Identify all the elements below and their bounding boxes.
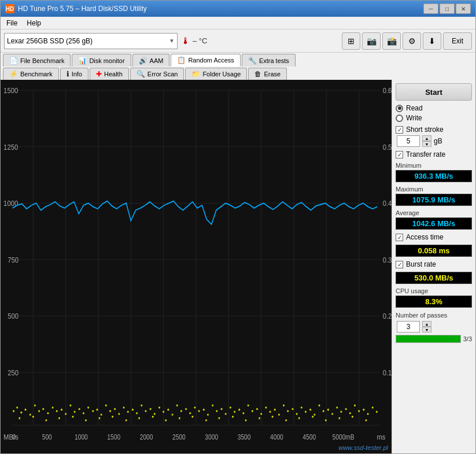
tab-random-access[interactable]: 📋 Random Access xyxy=(171,54,240,67)
svg-text:500: 500 xyxy=(42,433,52,441)
aam-icon: 🔊 xyxy=(139,57,147,65)
copy-button[interactable]: ⊞ xyxy=(342,32,360,50)
burst-rate-label: Burst rate xyxy=(406,260,436,268)
svg-point-122 xyxy=(358,410,360,412)
passes-progress-text: 3/3 xyxy=(463,335,472,342)
tab-info-label: Info xyxy=(72,71,82,77)
svg-point-61 xyxy=(87,407,89,409)
window-title: HD Tune Pro 5.75 – Hard Disk/SSD Utility xyxy=(18,5,147,13)
settings-button[interactable]: ⚙ xyxy=(403,32,421,50)
svg-point-118 xyxy=(340,411,342,413)
tab-aam[interactable]: 🔊 AAM xyxy=(132,54,170,67)
maximize-button[interactable]: □ xyxy=(440,3,455,14)
svg-point-108 xyxy=(296,413,298,415)
menu-help[interactable]: Help xyxy=(23,18,45,28)
svg-point-68 xyxy=(118,413,120,415)
burst-rate-checkbox[interactable]: ✓ Burst rate xyxy=(396,260,472,268)
benchmark-icon: ⚡ xyxy=(9,70,18,78)
svg-point-142 xyxy=(218,417,220,419)
svg-point-119 xyxy=(345,408,347,410)
svg-text:0.50: 0.50 xyxy=(383,143,392,152)
svg-point-127 xyxy=(19,417,20,419)
svg-point-130 xyxy=(58,417,60,419)
menu-file[interactable]: File xyxy=(3,18,21,28)
maximum-stat: Maximum 1075.9 MB/s xyxy=(396,186,472,206)
svg-point-96 xyxy=(242,412,244,415)
tab-folder-usage[interactable]: 📁 Folder Usage xyxy=(185,68,247,80)
svg-point-63 xyxy=(96,409,98,411)
svg-point-134 xyxy=(112,416,113,418)
svg-point-78 xyxy=(163,411,164,413)
svg-point-71 xyxy=(132,409,134,411)
svg-point-113 xyxy=(319,404,320,407)
tab-benchmark-label: Benchmark xyxy=(20,71,53,77)
average-label: Average xyxy=(396,209,472,216)
info-icon: ℹ xyxy=(67,70,69,78)
svg-text:5000mB: 5000mB xyxy=(333,433,355,441)
tab-error-scan-label: Error Scan xyxy=(147,71,178,77)
tab-error-scan[interactable]: 🔍 Error Scan xyxy=(130,68,185,80)
transfer-rate-label: Transfer rate xyxy=(406,150,445,158)
burst-rate-checkbox-box: ✓ xyxy=(396,261,403,268)
short-stroke-input[interactable] xyxy=(397,135,420,147)
short-stroke-label: Short stroke xyxy=(406,126,444,134)
close-button[interactable]: ✕ xyxy=(456,3,471,14)
passes-spinner-buttons: ▲ ▼ xyxy=(422,321,431,333)
svg-point-126 xyxy=(376,411,378,413)
svg-point-53 xyxy=(52,407,54,409)
average-stat: Average 1042.6 MB/s xyxy=(396,209,472,230)
tab-health[interactable]: ✚ Health xyxy=(90,68,129,80)
minimize-button[interactable]: ─ xyxy=(423,3,438,14)
start-button[interactable]: Start xyxy=(396,83,472,101)
svg-point-54 xyxy=(56,410,58,412)
svg-point-52 xyxy=(47,412,49,415)
write-radio[interactable]: Write xyxy=(396,114,472,122)
svg-point-65 xyxy=(105,404,107,407)
download-button[interactable]: ⬇ xyxy=(423,32,441,50)
tab-erase[interactable]: 🗑 Erase xyxy=(248,68,287,80)
minimum-value: 936.3 MB/s xyxy=(396,170,472,182)
svg-point-107 xyxy=(291,408,293,410)
maximum-label: Maximum xyxy=(396,186,472,193)
average-value: 1042.6 MB/s xyxy=(396,217,472,230)
device-dropdown[interactable]: Lexar 256GB SSD (256 gB) ▼ xyxy=(4,33,178,49)
tab-info[interactable]: ℹ Info xyxy=(60,68,88,80)
svg-point-147 xyxy=(285,419,287,422)
tab-file-benchmark[interactable]: 📄 File Benchmark xyxy=(3,54,71,67)
passes-down-button[interactable]: ▼ xyxy=(422,327,431,333)
svg-text:0.30: 0.30 xyxy=(383,256,392,264)
svg-point-50 xyxy=(38,410,40,412)
svg-point-47 xyxy=(24,409,26,411)
svg-point-94 xyxy=(234,411,235,413)
tab-benchmark[interactable]: ⚡ Benchmark xyxy=(3,68,59,80)
tab-aam-label: AAM xyxy=(150,57,164,64)
svg-point-114 xyxy=(323,410,324,412)
short-stroke-down-button[interactable]: ▼ xyxy=(422,141,431,147)
write-radio-label: Write xyxy=(406,114,422,122)
passes-up-button[interactable]: ▲ xyxy=(422,321,431,327)
exit-button[interactable]: Exit xyxy=(443,32,472,50)
transfer-rate-checkbox[interactable]: ✓ Transfer rate xyxy=(396,150,472,158)
tab-random-access-label: Random Access xyxy=(188,57,234,64)
short-stroke-checkbox[interactable]: ✓ Short stroke xyxy=(396,126,472,134)
passes-input[interactable] xyxy=(397,321,420,333)
svg-point-57 xyxy=(69,404,71,407)
svg-text:3000: 3000 xyxy=(205,433,218,441)
camera-icon-button[interactable]: 📸 xyxy=(382,32,401,50)
short-stroke-unit: gB xyxy=(434,137,442,145)
device-name: Lexar 256GB SSD (256 gB) xyxy=(7,37,93,45)
title-bar-left: HD HD Tune Pro 5.75 – Hard Disk/SSD Util… xyxy=(5,4,147,13)
svg-point-144 xyxy=(245,419,247,422)
short-stroke-up-button[interactable]: ▲ xyxy=(422,135,431,141)
tab-extra-tests[interactable]: 🔧 Extra tests xyxy=(242,54,296,67)
access-time-checkbox[interactable]: ✓ Access time xyxy=(396,233,472,241)
svg-text:4000: 4000 xyxy=(270,433,283,441)
svg-point-72 xyxy=(136,412,138,415)
temperature-value: – °C xyxy=(193,36,207,45)
screenshot-button[interactable]: 📷 xyxy=(362,32,381,50)
folder-usage-icon: 📁 xyxy=(191,70,200,78)
read-radio[interactable]: Read xyxy=(396,104,472,112)
app-icon: HD xyxy=(5,4,14,13)
svg-text:MB/s: MB/s xyxy=(3,433,19,441)
tab-disk-monitor[interactable]: 📊 Disk monitor xyxy=(72,54,131,67)
